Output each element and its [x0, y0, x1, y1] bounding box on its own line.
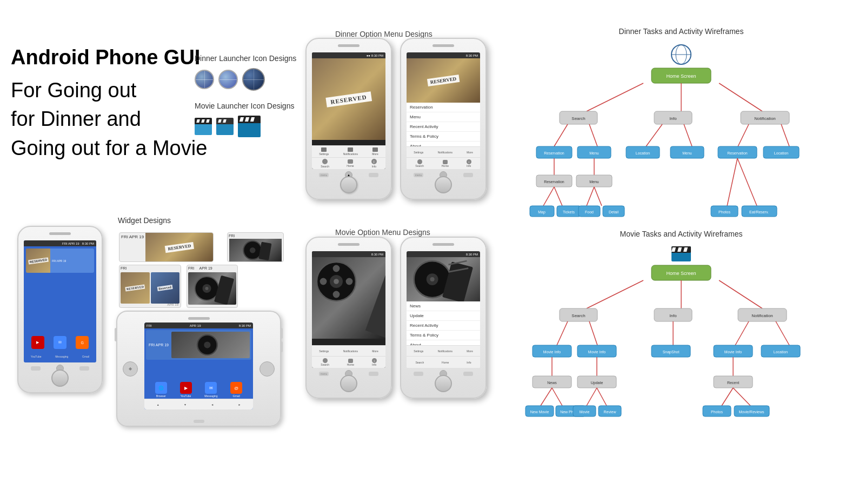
- movie-icon-1[interactable]: [195, 118, 212, 135]
- svg-line-123: [733, 388, 750, 406]
- svg-text:Movie/Reviews: Movie/Reviews: [738, 410, 764, 414]
- dinner-icon-row: [195, 68, 296, 91]
- widget-phone-small: FRI APR 19 8:30 PM RESERVED FRI APR 19 ▶…: [17, 226, 103, 393]
- svg-line-40: [738, 124, 749, 146]
- svg-text:Info: Info: [669, 116, 677, 121]
- movie-wireframe-title: Movie Tasks and Activity Wireframes: [514, 230, 849, 238]
- svg-text:Menu: Menu: [589, 180, 599, 184]
- dinner-icon-3[interactable]: [242, 68, 265, 91]
- movie-phone-2: 8:30 PM News Update Recent Activity Term…: [400, 237, 487, 399]
- svg-line-72: [727, 158, 737, 206]
- svg-line-85: [587, 280, 643, 308]
- movie-menu-item-recent: Recent Activity: [407, 321, 480, 331]
- widget-section-label: Widget Designs: [118, 216, 171, 225]
- svg-line-37: [589, 124, 597, 146]
- svg-point-21: [204, 341, 210, 348]
- widget-thumb-medium-1: FRI RESERVED Reserved APR 19: [119, 265, 181, 308]
- svg-text:Recent: Recent: [727, 381, 739, 385]
- svg-text:SnapShot: SnapShot: [663, 350, 680, 354]
- widget-phone-horizontal: FRIAPR 198:30 PM FRI APR 19 🌐 Browser ▶ …: [116, 311, 281, 427]
- svg-line-120: [587, 388, 597, 406]
- svg-text:Detail: Detail: [609, 210, 618, 214]
- svg-text:Home Screen: Home Screen: [666, 271, 696, 276]
- dinner-wireframe-svg: Home Screen Search Info Notification Res…: [514, 41, 849, 236]
- svg-point-5: [320, 278, 327, 285]
- svg-line-62: [587, 187, 594, 206]
- svg-line-58: [554, 187, 562, 206]
- svg-text:Movie: Movie: [580, 410, 590, 414]
- svg-text:Movie Info: Movie Info: [724, 350, 742, 354]
- movie-menu-title: Movie Option Menu Designs: [335, 228, 430, 237]
- dinner-wireframe-title: Dinner Tasks and Activity Wireframes: [514, 27, 849, 36]
- widget-thumb-small-1: FRI: [227, 232, 284, 262]
- svg-line-87: [719, 280, 762, 308]
- svg-line-121: [597, 388, 607, 406]
- svg-text:Search: Search: [571, 313, 585, 318]
- svg-text:New Movie: New Movie: [530, 410, 549, 414]
- dinner-icon-1[interactable]: [195, 70, 214, 89]
- svg-line-119: [552, 388, 562, 406]
- svg-text:Update: Update: [591, 381, 603, 385]
- svg-line-98: [776, 321, 789, 345]
- svg-text:Eat/Reserv.: Eat/Reserv.: [749, 210, 769, 214]
- dinner-menu-item-recent: Recent Activity: [407, 122, 480, 132]
- svg-text:Home Screen: Home Screen: [666, 73, 696, 79]
- title-line1: Android Phone GUI: [11, 43, 207, 72]
- movie-wireframe-section: Movie Tasks and Activity Wireframes Home…: [514, 230, 849, 435]
- svg-line-73: [737, 158, 757, 206]
- movie-phone-1: 8:30 PM Search Home iInfo: [305, 237, 392, 399]
- svg-line-36: [554, 124, 568, 146]
- movie-launcher-label: Movie Launcher Icon Designs: [195, 102, 296, 110]
- svg-text:Tickets: Tickets: [563, 210, 575, 214]
- dinner-launcher-label: Dinner Launcher Icon Designs: [195, 54, 296, 63]
- svg-text:Food: Food: [585, 210, 594, 214]
- dinner-menu-item-terms: Terms & Policy: [407, 132, 480, 142]
- dinner-launcher-section: Dinner Launcher Icon Designs Movie Launc…: [195, 54, 296, 148]
- svg-text:Notification: Notification: [754, 116, 776, 121]
- title-line4: Going out for a Movie: [11, 134, 207, 163]
- movie-wireframe-svg: Home Screen Search Info Notification Mov…: [514, 244, 849, 438]
- svg-line-97: [735, 321, 749, 345]
- main-title-block: Android Phone GUI For Going out for Dinn…: [11, 43, 207, 163]
- svg-text:Search: Search: [571, 116, 585, 121]
- svg-line-38: [646, 124, 662, 146]
- movie-menu-item-news: News: [407, 301, 480, 311]
- svg-line-95: [589, 321, 597, 345]
- svg-line-118: [541, 388, 552, 406]
- svg-line-39: [684, 124, 692, 146]
- svg-text:Movie Info: Movie Info: [588, 350, 606, 354]
- svg-text:Reservation: Reservation: [727, 151, 747, 155]
- dinner-menu-item-reservation: Reservation: [407, 103, 480, 112]
- svg-text:Location: Location: [774, 350, 788, 354]
- svg-text:Location: Location: [774, 151, 789, 155]
- svg-point-3: [333, 265, 340, 272]
- title-line3: for Dinner and: [11, 105, 207, 133]
- svg-text:Reservation: Reservation: [544, 151, 564, 155]
- dinner-icon-2[interactable]: [218, 70, 238, 89]
- dinner-phone-2: 8:30 PM RESERVED Reservation Menu Recent…: [400, 38, 487, 200]
- svg-text:Photos: Photos: [711, 410, 723, 414]
- svg-line-29: [719, 83, 762, 111]
- widget-thumb-large-1: FRI APR 19 RESERVED: [119, 232, 214, 262]
- svg-point-2: [334, 279, 339, 284]
- svg-text:Notification: Notification: [751, 313, 773, 318]
- svg-line-41: [781, 124, 789, 146]
- svg-point-14: [250, 247, 256, 253]
- svg-line-57: [543, 187, 554, 206]
- svg-text:Reservation: Reservation: [544, 180, 564, 184]
- svg-point-6: [346, 278, 353, 285]
- svg-point-9: [430, 277, 435, 281]
- movie-icon-3[interactable]: [238, 116, 261, 137]
- svg-line-63: [594, 187, 602, 206]
- svg-point-4: [333, 291, 340, 298]
- movie-menu-item-terms: Terms & Policy: [407, 331, 480, 340]
- svg-point-18: [205, 287, 209, 290]
- movie-icon-row: [195, 116, 296, 137]
- svg-line-94: [557, 321, 568, 345]
- svg-text:Info: Info: [669, 313, 677, 318]
- svg-text:Map: Map: [538, 210, 545, 214]
- svg-text:Menu: Menu: [589, 151, 599, 155]
- dinner-menu-title: Dinner Option Menu Designs: [335, 30, 432, 38]
- movie-icon-2[interactable]: [216, 118, 234, 135]
- svg-line-122: [722, 388, 733, 406]
